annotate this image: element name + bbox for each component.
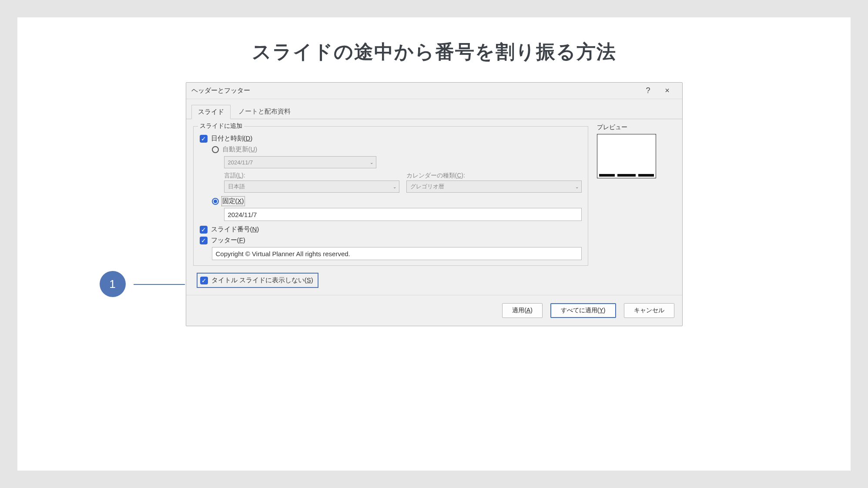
tab-slide[interactable]: スライド [191,105,231,119]
chevron-down-icon: ⌄ [575,184,579,189]
language-value: 日本語 [228,183,245,191]
chevron-down-icon: ⌄ [393,184,396,189]
auto-update-row: 自動更新(U) [212,145,582,154]
auto-update-radio[interactable] [212,146,219,153]
slide-number-row: スライド番号(N) [200,225,582,234]
fixed-radio[interactable] [212,198,219,205]
footer-value: Copyright © Virtual Planner All rights r… [216,250,350,257]
auto-update-label[interactable]: 自動更新(U) [222,145,258,154]
footer-checkbox[interactable] [200,237,208,244]
language-combo[interactable]: 日本語 ⌄ [224,180,399,193]
slide-number-label[interactable]: スライド番号(N) [211,225,259,234]
help-button[interactable]: ? [639,86,658,95]
auto-update-date-value: 2024/11/7 [228,159,253,166]
footer-input[interactable]: Copyright © Virtual Planner All rights r… [212,247,582,260]
footer-row: フッター(F) [200,236,582,244]
date-time-checkbox[interactable] [200,135,208,143]
calendar-type-value: グレゴリオ暦 [410,183,444,191]
footer-label[interactable]: フッター(F) [211,236,245,244]
calendar-type-label: カレンダーの種類(C): [406,172,582,180]
fixed-date-value: 2024/11/7 [228,211,257,218]
slide-number-checkbox[interactable] [200,226,208,234]
callout-line [134,284,185,285]
group-title: スライドに追加 [198,122,244,130]
hide-title-slide-label[interactable]: タイトル スライドに表示しない(S) [211,276,313,284]
auto-update-date-combo[interactable]: 2024/11/7 ⌄ [224,156,376,168]
apply-button[interactable]: 適用(A) [502,303,543,318]
apply-all-button[interactable]: すべてに適用(Y) [550,303,616,318]
dialog-button-bar: 適用(A) すべてに適用(Y) キャンセル [186,295,682,326]
tab-notes-handouts[interactable]: ノートと配布資料 [232,105,297,119]
tutorial-slide: スライドの途中から番号を割り振る方法 1 ヘッダーとフッター ? × スライド … [17,17,851,471]
dialog-titlebar: ヘッダーとフッター ? × [186,83,682,99]
fixed-label[interactable]: 固定(X) [222,197,244,205]
preview-thumbnail [597,134,656,178]
language-label: 言語(L): [224,172,399,180]
callout-badge-1: 1 [100,271,126,297]
add-to-slide-group: スライドに追加 日付と時刻(D) 自動更新(U) [193,126,588,266]
page-title: スライドの途中から番号を割り振る方法 [52,39,816,65]
dialog-title: ヘッダーとフッター [191,87,639,95]
header-footer-dialog: ヘッダーとフッター ? × スライド ノートと配布資料 スライドに追加 [186,82,683,326]
fixed-row: 固定(X) [212,197,582,205]
close-button[interactable]: × [658,86,677,95]
chevron-down-icon: ⌄ [370,160,373,165]
calendar-type-combo[interactable]: グレゴリオ暦 ⌄ [406,180,582,193]
date-time-label[interactable]: 日付と時刻(D) [211,134,253,143]
preview-label: プレビュー [597,124,675,131]
hide-title-slide-checkbox[interactable] [200,277,208,284]
dialog-body: スライドに追加 日付と時刻(D) 自動更新(U) [186,119,682,295]
date-time-row: 日付と時刻(D) [200,134,582,143]
fixed-date-input[interactable]: 2024/11/7 [224,208,582,221]
cancel-button[interactable]: キャンセル [624,303,674,318]
tab-bar: スライド ノートと配布資料 [186,99,682,119]
hide-title-slide-highlight: タイトル スライドに表示しない(S) [197,273,318,288]
